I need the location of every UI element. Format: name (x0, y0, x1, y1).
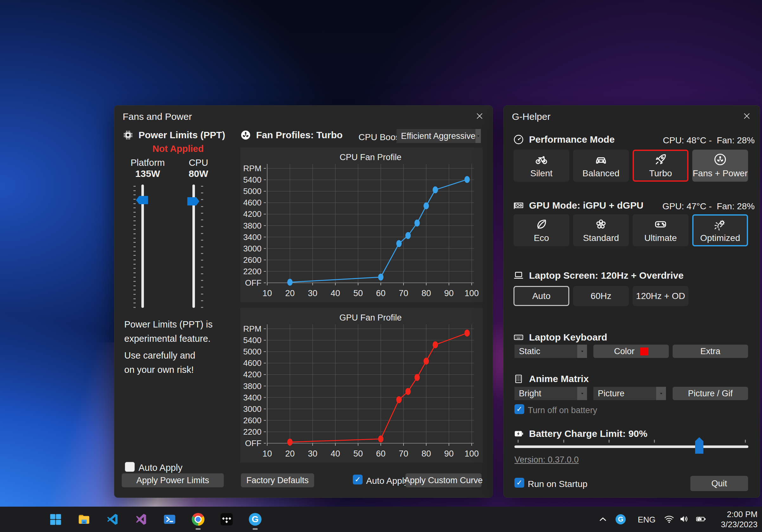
svg-text:100: 100 (464, 449, 479, 458)
gpu-mode-optimized-button[interactable]: Optimized (692, 214, 748, 246)
close-icon (475, 112, 484, 120)
taskbar-powershell[interactable] (162, 512, 177, 527)
perf-mode-silent-button[interactable]: Silent (513, 150, 569, 182)
svg-text:10: 10 (263, 449, 272, 458)
power-limits-header: Power Limits (PPT) (123, 130, 225, 140)
gamepad-icon (654, 217, 667, 231)
tray-language[interactable]: ENG (638, 515, 655, 525)
factory-defaults-button[interactable]: Factory Defaults (241, 473, 314, 487)
fans-power-button[interactable]: Fans + Power (692, 150, 748, 182)
svg-text:80: 80 (421, 449, 431, 458)
auto-apply-curve-checkbox[interactable]: ✓ (353, 475, 363, 485)
tray-volume[interactable] (679, 514, 690, 524)
screen-60hz-button[interactable]: 60Hz (573, 286, 629, 306)
svg-text:3000: 3000 (243, 404, 262, 414)
fan-profiles-title: Fan Profiles: Turbo (256, 130, 343, 140)
svg-text:3400: 3400 (243, 232, 262, 242)
tray-ghelper[interactable]: G (616, 514, 626, 524)
svg-text:3000: 3000 (243, 244, 262, 253)
run-on-startup-label: Run on Startup (528, 479, 587, 489)
fan-icon (240, 130, 251, 140)
taskbar-tidal[interactable] (219, 512, 234, 527)
flower-icon (594, 217, 608, 231)
perf-mode-turbo-button[interactable]: Turbo (633, 150, 688, 182)
taskbar-file-explorer[interactable] (77, 512, 91, 527)
keyboard-mode-dropdown[interactable]: Static (514, 344, 587, 358)
apply-custom-curve-button[interactable]: Apply Custom Curve (406, 473, 482, 487)
start-button[interactable] (48, 512, 63, 527)
platform-label: Platform (124, 158, 172, 168)
dropdown-arrow-button[interactable] (656, 387, 666, 400)
svg-text:30: 30 (308, 288, 317, 298)
windows-start-icon (49, 513, 62, 526)
gpu-fan-profile-chart[interactable]: GPU Fan ProfileOFF2200260030003400380042… (240, 308, 483, 463)
gpu-mode-header: GPU Mode: iGPU + dGPU (513, 200, 644, 211)
cpu-boost-dropdown[interactable]: Efficient Aggressive (397, 129, 481, 143)
keyboard-color-button[interactable]: Color (593, 344, 669, 358)
svg-text:4600: 4600 (243, 358, 262, 368)
anime-matrix-header: Anime Matrix (513, 373, 589, 384)
screen-120hz-od-button[interactable]: 120Hz + OD (633, 286, 688, 306)
gpu-mode-eco-button[interactable]: Eco (513, 214, 569, 246)
chevron-down-icon (659, 391, 664, 396)
window-title: G-Helper (512, 111, 551, 122)
tray-wifi[interactable] (664, 514, 674, 524)
run-on-startup-checkbox[interactable]: ✓ (514, 478, 524, 488)
battery-slider-thumb[interactable] (695, 437, 703, 454)
platform-slider-thumb[interactable] (136, 196, 148, 204)
g-helper-window: G-Helper Performance Mode CPU: 48°C - Fa… (503, 105, 760, 498)
chrome-icon (192, 513, 204, 526)
tray-show-hidden-icons[interactable] (596, 514, 609, 525)
svg-text:90: 90 (444, 449, 454, 458)
tray-battery[interactable] (694, 514, 708, 524)
svg-text:5000: 5000 (243, 187, 262, 196)
powershell-icon (163, 513, 176, 526)
turn-off-on-battery-checkbox[interactable]: ✓ (514, 404, 524, 414)
svg-text:100: 100 (464, 288, 479, 298)
auto-apply-power-checkbox[interactable]: ✓ (125, 462, 135, 472)
svg-text:2600: 2600 (243, 416, 262, 425)
close-button[interactable] (472, 109, 488, 123)
visual-studio-icon (134, 513, 148, 526)
anime-brightness-dropdown[interactable]: Bright (514, 387, 587, 400)
taskbar-vscode[interactable] (105, 512, 120, 527)
gpu-mode-ultimate-button[interactable]: Ultimate (633, 214, 688, 246)
anime-mode-dropdown[interactable]: Picture (593, 387, 666, 400)
taskbar-chrome[interactable] (191, 512, 205, 527)
svg-text:5000: 5000 (243, 347, 262, 356)
version-link[interactable]: Version: 0.37.0.0 (514, 455, 579, 465)
dropdown-arrow-button[interactable] (577, 344, 587, 358)
laptop-screen-header: Laptop Screen: 120Hz + Overdrive (513, 270, 684, 281)
svg-text:80: 80 (421, 288, 431, 298)
battery-charge-slider[interactable] (514, 445, 748, 448)
svg-text:2200: 2200 (243, 427, 262, 436)
svg-text:20: 20 (285, 288, 295, 298)
cpu-slider-thumb[interactable] (187, 197, 199, 205)
vscode-icon (106, 513, 119, 526)
fans-and-power-window: Fans and Power Power Limits (PPT) Not Ap… (114, 105, 493, 498)
gpu-temp-status: GPU: 47°C - Fan: 28% (662, 201, 755, 211)
taskbar-visual-studio[interactable] (134, 512, 148, 527)
dropdown-arrow-button[interactable] (577, 387, 587, 400)
apply-power-limits-button[interactable]: Apply Power Limits (122, 473, 224, 487)
dropdown-arrow-button[interactable] (476, 129, 481, 143)
taskbar-ghelper[interactable]: G (248, 512, 263, 527)
tray-clock[interactable]: 2:00 PM 3/23/2023 (721, 509, 758, 529)
keyboard-extra-button[interactable]: Extra (673, 344, 748, 358)
svg-text:CPU Fan Profile: CPU Fan Profile (340, 153, 401, 162)
fan-profiles-header: Fan Profiles: Turbo (240, 130, 343, 140)
svg-text:90: 90 (444, 288, 454, 298)
taskbar: G G ENG 2:00 PM 3/23/2023 (0, 507, 762, 532)
cpu-fan-profile-chart[interactable]: CPU Fan ProfileOFF2200260030003400380042… (240, 147, 483, 302)
svg-text:20: 20 (285, 449, 295, 458)
svg-text:3800: 3800 (243, 221, 262, 231)
svg-text:GPU Fan Profile: GPU Fan Profile (340, 313, 402, 323)
svg-text:3800: 3800 (243, 381, 262, 391)
screen-auto-button[interactable]: Auto (513, 286, 569, 306)
wifi-icon (664, 514, 674, 524)
quit-button[interactable]: Quit (690, 476, 748, 491)
close-button[interactable] (739, 109, 755, 123)
perf-mode-balanced-button[interactable]: Balanced (573, 150, 629, 182)
gpu-mode-standard-button[interactable]: Standard (573, 214, 629, 246)
picture-gif-button[interactable]: Picture / Gif (673, 387, 748, 400)
